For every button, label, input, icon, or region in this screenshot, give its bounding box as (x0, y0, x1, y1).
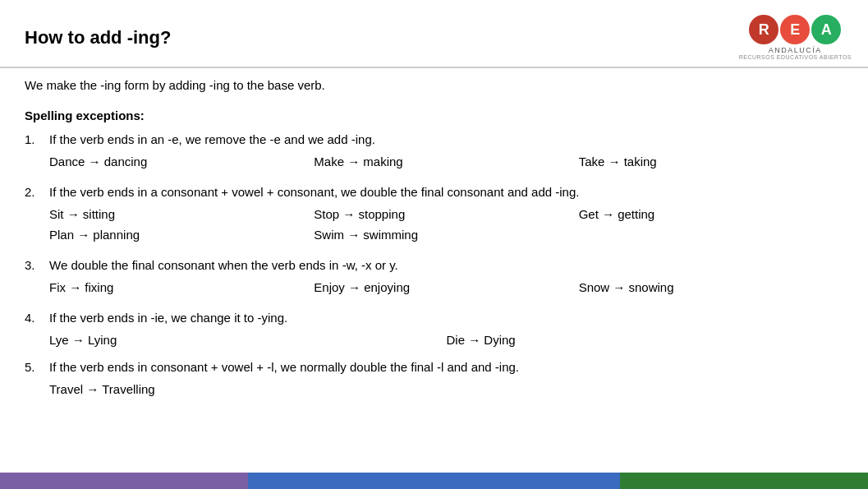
rule-content-1: If the verb ends in an -e, we remove the… (49, 132, 843, 172)
example-2-3: Plan → planning (49, 228, 314, 242)
examples-grid-1: Dance → dancingMake → makingTake → takin… (49, 155, 843, 168)
example-2-1: Stop → stopping (314, 207, 578, 221)
rule-content-2: If the verb ends in a consonant + vowel … (49, 185, 843, 245)
logo-subtext: RECURSOS EDUCATIVOS ABIERTOS (739, 54, 852, 60)
example-3-2: Snow → snowing (579, 280, 843, 294)
example-4-0: Lye → Lying (49, 333, 447, 347)
footer-segment-blue (248, 473, 620, 489)
examples-grid-3: Fix → fixingEnjoy → enjoyingSnow → snowi… (49, 280, 843, 294)
example-1-1: Make → making (314, 155, 578, 168)
rule-number-1: 1. (25, 132, 49, 146)
examples-grid-5: Travel → Travelling (49, 382, 843, 396)
rule-content-4: If the verb ends in -ie, we change it to… (49, 311, 843, 347)
example-4-1: Die → Dying (447, 333, 844, 347)
logo-circles: R E A (749, 15, 841, 44)
example-3-1: Enjoy → enjoying (314, 280, 578, 294)
intro-text: We make the -ing form by adding -ing to … (25, 78, 843, 92)
rule-number-3: 3. (25, 258, 49, 272)
example-2-5 (579, 228, 843, 242)
rule-description-2: If the verb ends in a consonant + vowel … (49, 185, 843, 199)
logo-a: A (811, 15, 841, 44)
rule-description-3: We double the final consonant when the v… (49, 258, 843, 272)
example-1-2: Take → taking (579, 155, 843, 168)
rules-list: 1.If the verb ends in an -e, we remove t… (25, 132, 843, 396)
example-2-0: Sit → sitting (49, 207, 314, 221)
page-title: How to add -ing? (25, 27, 171, 48)
page-header: How to add -ing? R E A ANDALUCÍA RECURSO… (0, 0, 868, 68)
rule-number-2: 2. (25, 185, 49, 199)
rule-item-1: 1.If the verb ends in an -e, we remove t… (25, 132, 843, 172)
rule-item-2: 2.If the verb ends in a consonant + vowe… (25, 185, 843, 245)
example-1-0: Dance → dancing (49, 155, 314, 168)
footer-segment-purple (0, 473, 248, 489)
rule-content-5: If the verb ends in consonant + vowel + … (49, 360, 843, 396)
rule-item-4: 4.If the verb ends in -ie, we change it … (25, 311, 843, 347)
footer-bar (0, 473, 868, 489)
example-3-0: Fix → fixing (49, 280, 314, 294)
logo-area: R E A ANDALUCÍA RECURSOS EDUCATIVOS ABIE… (739, 15, 852, 60)
example-2-4: Swim → swimming (314, 228, 578, 242)
examples-grid-2: Sit → sittingStop → stoppingGet → gettin… (49, 207, 843, 242)
logo-e: E (780, 15, 810, 44)
section-title: Spelling exceptions: (25, 108, 843, 122)
footer-segment-green (620, 473, 868, 489)
rule-description-4: If the verb ends in -ie, we change it to… (49, 311, 843, 325)
logo-r: R (749, 15, 778, 44)
main-content: We make the -ing form by adding -ing to … (0, 78, 868, 426)
rule-item-3: 3.We double the final consonant when the… (25, 258, 843, 298)
rule-content-3: We double the final consonant when the v… (49, 258, 843, 298)
rule-item-5: 5.If the verb ends in consonant + vowel … (25, 360, 843, 396)
rule-description-1: If the verb ends in an -e, we remove the… (49, 132, 843, 146)
logo-brand: ANDALUCÍA (769, 46, 822, 54)
rule-number-4: 4. (25, 311, 49, 325)
rule-number-5: 5. (25, 360, 49, 374)
example-2-2: Get → getting (579, 207, 843, 221)
rule-description-5: If the verb ends in consonant + vowel + … (49, 360, 843, 374)
example-5-0: Travel → Travelling (49, 382, 843, 396)
examples-grid-4: Lye → LyingDie → Dying (49, 333, 843, 347)
